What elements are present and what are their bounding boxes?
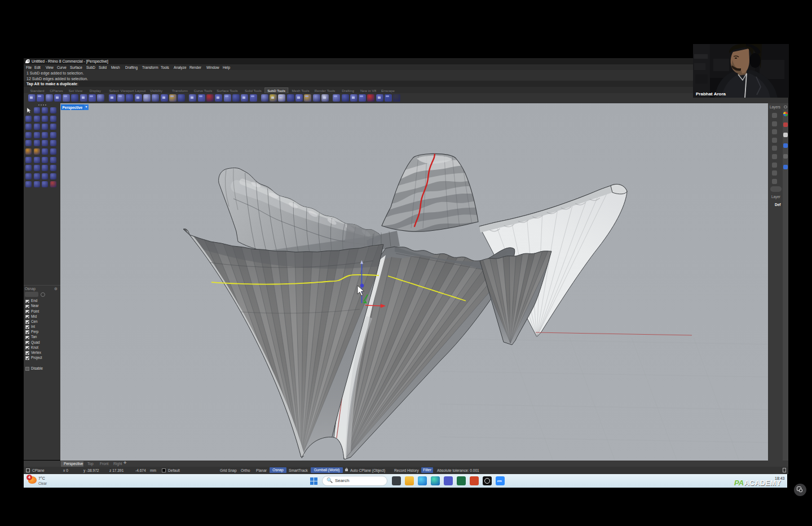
- svg-text:Prabhat Arora: Prabhat Arora: [696, 91, 726, 97]
